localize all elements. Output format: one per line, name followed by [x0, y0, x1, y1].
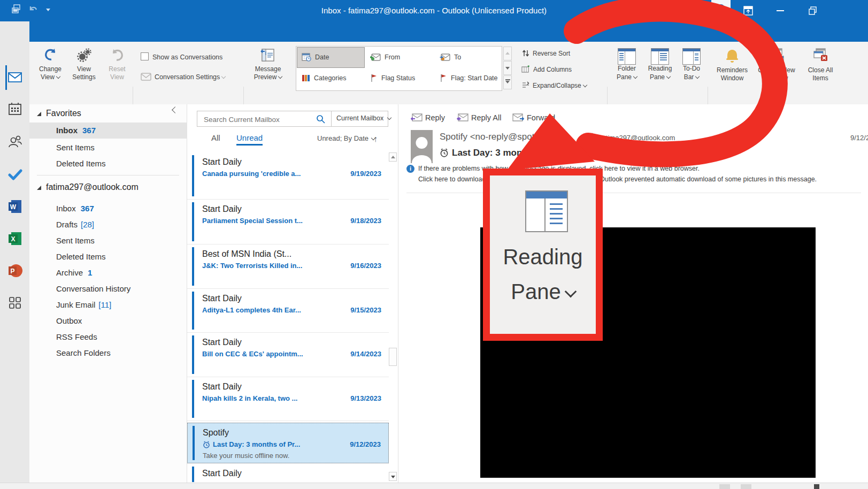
- arrangement-flag-status[interactable]: Flag Status: [366, 68, 433, 88]
- open-new-window-button[interactable]: Open in New Window: [754, 48, 800, 83]
- arrangement-from[interactable]: From: [366, 48, 433, 67]
- email-item[interactable]: Start Daily Bill on CEC & ECs' appointm.…: [187, 333, 389, 377]
- folder-sent[interactable]: Sent Items: [29, 233, 187, 249]
- more-apps-icon[interactable]: [7, 295, 22, 310]
- reading-pane-button[interactable]: Reading Pane: [643, 48, 677, 81]
- folder-favorites-inbox[interactable]: Inbox367: [29, 123, 187, 139]
- unread-bar: [192, 380, 194, 418]
- folder-archive[interactable]: Archive1: [29, 265, 187, 281]
- gallery-scroll-up[interactable]: [503, 47, 512, 60]
- folder-rss[interactable]: RSS Feeds: [29, 329, 187, 345]
- restore-button[interactable]: [809, 6, 817, 16]
- zoom-slider-handle[interactable]: [814, 484, 819, 489]
- word-icon[interactable]: W: [7, 199, 22, 214]
- email-item[interactable]: Start Daily Aditya-L1 completes 4th Ear.…: [187, 289, 389, 333]
- message-date: 9/12/2023: [850, 134, 868, 142]
- reply-button[interactable]: Reply: [410, 113, 445, 122]
- divider: [406, 193, 861, 193]
- search-input[interactable]: [203, 113, 306, 126]
- person-icon: [411, 130, 433, 163]
- sender-address[interactable]: Spotify <no-reply@spotify.com>: [440, 132, 568, 142]
- arrangement-date[interactable]: Date: [297, 48, 364, 67]
- view-settings-button[interactable]: View Settings: [68, 48, 100, 82]
- reply-all-button[interactable]: Reply All: [456, 113, 501, 122]
- forward-button[interactable]: Forward: [512, 113, 555, 122]
- sort-dropdown[interactable]: Unread; By Date: [317, 134, 375, 142]
- ribbon-display-options-icon[interactable]: [743, 6, 753, 16]
- todo-bar-button[interactable]: To-Do Bar: [678, 48, 705, 81]
- info-banner-line2[interactable]: Click here to download pictures. To help…: [418, 175, 817, 183]
- collapse-folder-pane-icon[interactable]: [172, 106, 179, 113]
- gallery-more-button[interactable]: [503, 75, 512, 89]
- search-box: Current Mailbox: [197, 111, 388, 127]
- minimize-button[interactable]: [777, 10, 784, 11]
- folder-conversation-history[interactable]: Conversation History: [29, 281, 187, 297]
- email-item[interactable]: Best of MSN India (St... J&K: Two Terror…: [187, 244, 389, 289]
- recipient-address: fatima297@outlook.com: [600, 134, 675, 142]
- unread-bar: [192, 202, 194, 241]
- arrangement-flag-start-date[interactable]: Flag: Start Date: [435, 68, 501, 88]
- change-view-icon: [43, 48, 58, 63]
- excel-icon[interactable]: X: [7, 231, 22, 246]
- reset-view-button[interactable]: Reset View: [102, 48, 132, 82]
- reminders-window-button[interactable]: Reminders Window: [712, 48, 752, 83]
- close-all-items-button[interactable]: Close All Items: [802, 48, 839, 83]
- arrangement-to[interactable]: To: [435, 48, 501, 67]
- gallery-scroll-down[interactable]: [503, 61, 512, 75]
- powerpoint-icon[interactable]: P: [7, 263, 22, 278]
- account-header[interactable]: fatima297@outlook.com: [37, 182, 139, 192]
- expand-collapse-button[interactable]: Expand/Collapse: [521, 81, 587, 89]
- view-shortcut-icon[interactable]: [741, 484, 751, 489]
- folder-drafts[interactable]: Drafts[28]: [29, 217, 187, 233]
- email-item[interactable]: Start Daily Parliament Special Session t…: [187, 200, 389, 244]
- folder-search-folders[interactable]: Search Folders: [29, 345, 187, 361]
- scrollbar-down-button[interactable]: [389, 472, 397, 481]
- reverse-sort-button[interactable]: Reverse Sort: [521, 49, 570, 57]
- unread-bar: [192, 247, 194, 286]
- mail-icon[interactable]: [7, 70, 22, 85]
- email-item-partial[interactable]: Start Daily: [187, 464, 389, 482]
- email-item[interactable]: Start Daily Canada pursuing 'credible a.…: [187, 152, 389, 200]
- folder-junk[interactable]: Junk Email[11]: [29, 297, 187, 313]
- message-list-pane: Current Mailbox All Unread Unread; By Da…: [187, 104, 398, 483]
- folder-pane-button[interactable]: Folder Pane: [611, 48, 642, 81]
- folder-favorites-sent[interactable]: Sent Items: [29, 140, 187, 156]
- checkbox-icon: [141, 52, 149, 60]
- search-scope-dropdown[interactable]: Current Mailbox: [336, 114, 391, 122]
- folder-deleted[interactable]: Deleted Items: [29, 249, 187, 265]
- todo-icon[interactable]: [7, 167, 22, 182]
- message-preview-label: Message Preview: [254, 65, 281, 81]
- change-view-button[interactable]: Change View: [34, 48, 67, 82]
- email-date: 9/18/2023: [350, 217, 381, 225]
- gallery-scrollbar: [503, 47, 512, 89]
- view-settings-label: View Settings: [72, 65, 95, 81]
- view-shortcut-icon[interactable]: [719, 484, 730, 489]
- email-item[interactable]: Start Daily Nipah kills 2 in Kerala, two…: [187, 377, 389, 421]
- favorites-header[interactable]: Favorites: [37, 109, 81, 118]
- folder-inbox[interactable]: Inbox367: [29, 201, 187, 217]
- sort-direction-button[interactable]: ↑: [373, 134, 378, 144]
- folder-favorites-deleted[interactable]: Deleted Items: [29, 156, 187, 172]
- scrollbar-thumb[interactable]: [389, 348, 397, 366]
- arrangement-categories-label: Categories: [314, 74, 346, 82]
- people-icon[interactable]: [7, 134, 22, 149]
- search-icon[interactable]: [316, 114, 325, 124]
- show-as-conversations-checkbox[interactable]: Show as Conversations: [141, 52, 222, 61]
- filter-unread[interactable]: Unread: [236, 133, 263, 146]
- expanded-triangle-icon: [37, 112, 41, 116]
- email-preview: Take your music offline now.: [203, 452, 289, 460]
- calendar-icon[interactable]: [7, 102, 22, 117]
- arrangement-categories[interactable]: Categories: [297, 68, 364, 88]
- email-subject: Last Day: 3 months of Pr...: [213, 440, 300, 448]
- email-item-selected[interactable]: Spotify Last Day: 3 months of Pr... 9/12…: [187, 423, 389, 463]
- filter-all[interactable]: All: [211, 133, 220, 142]
- folder-outbox[interactable]: Outbox: [29, 313, 187, 329]
- reply-icon: [410, 113, 423, 122]
- conversation-settings-button[interactable]: Conversation Settings: [141, 73, 225, 81]
- message-preview-button[interactable]: Message Preview: [250, 48, 286, 82]
- add-columns-button[interactable]: Add Columns: [521, 65, 572, 73]
- reply-all-label: Reply All: [471, 113, 501, 122]
- account-avatar[interactable]: [711, 0, 731, 21]
- scrollbar-up-button[interactable]: [389, 152, 397, 162]
- categories-icon: [302, 74, 310, 82]
